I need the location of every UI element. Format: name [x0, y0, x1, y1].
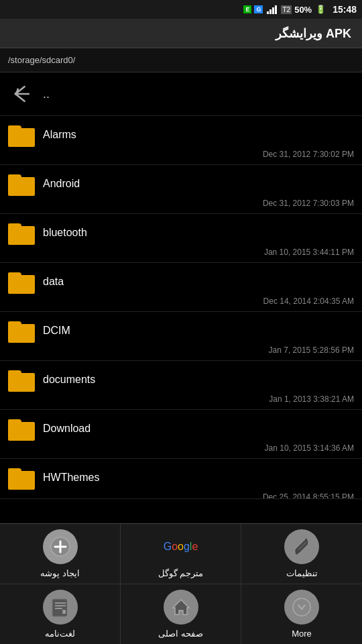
battery-indicator: 50%: [294, 5, 312, 15]
svg-point-10: [293, 598, 310, 616]
file-name: data: [43, 276, 64, 288]
folder-icon: [8, 417, 35, 441]
nav-label-google-translate: مترجم گوگل: [158, 568, 204, 578]
list-item[interactable]: data Dec 14, 2014 2:04:35 AM: [0, 263, 362, 312]
file-date: Dec 31, 2012 7:30:02 PM: [0, 148, 362, 164]
title-bar: APK ویرایشگر: [0, 19, 362, 48]
back-item[interactable]: ..: [0, 72, 362, 116]
nav-settings[interactable]: تنظیمات: [241, 524, 362, 584]
file-name: bluetooth: [43, 227, 87, 239]
nav-label-settings: تنظیمات: [286, 568, 318, 578]
more-icon: [284, 590, 319, 625]
settings-icon: [284, 529, 319, 564]
file-name: Download: [43, 423, 90, 435]
nav-create-folder[interactable]: ایجاد پوشه: [0, 524, 121, 584]
list-item[interactable]: Alarms Dec 31, 2012 7:30:02 PM: [0, 116, 362, 165]
home-icon: [164, 590, 198, 625]
current-path: /storage/sdcard0/: [8, 55, 75, 65]
list-item[interactable]: Download Jan 10, 2015 3:14:36 AM: [0, 410, 362, 459]
folder-icon: [8, 270, 35, 294]
file-list: .. Alarms Dec 31, 2012 7:30:02 PM Androi…: [0, 72, 362, 523]
file-name: documents: [43, 374, 95, 386]
nav-home[interactable]: صفحه اصلی: [121, 584, 241, 644]
bottom-nav: ایجاد پوشه Google مترجم گوگل تنظیمات: [0, 523, 362, 644]
file-date: Jan 10, 2015 3:44:11 PM: [0, 246, 362, 262]
file-name: DCIM: [43, 325, 70, 337]
network-e-icon: E: [243, 5, 251, 13]
file-date: Dec 14, 2014 2:04:35 AM: [0, 295, 362, 311]
network-t2-icon: T2: [281, 5, 292, 14]
add-folder-icon: [43, 529, 78, 564]
file-date: Jan 1, 2013 3:38:21 AM: [0, 393, 362, 409]
file-date: Jan 10, 2015 3:14:36 AM: [0, 442, 362, 458]
nav-label-more: More: [292, 629, 312, 639]
file-date: Dec 25, 2014 8:55:15 PM: [0, 491, 362, 499]
list-item[interactable]: DCIM Jan 7, 2015 5:28:56 PM: [0, 312, 362, 361]
folder-icon: [8, 172, 35, 196]
folder-icon: [8, 466, 35, 490]
folder-icon: [8, 221, 35, 245]
nav-label-dictionary: لغت‌نامه: [45, 629, 75, 639]
google-translate-icon: Google: [164, 529, 198, 564]
list-item[interactable]: documents Jan 1, 2013 3:38:21 AM: [0, 361, 362, 410]
svg-rect-4: [52, 599, 67, 616]
file-name: Android: [43, 178, 80, 190]
status-bar: E G T2 50% 🔋 15:48: [0, 0, 362, 19]
nav-label-home: صفحه اصلی: [158, 629, 203, 639]
svg-marker-9: [173, 600, 189, 614]
folder-icon: [8, 368, 35, 392]
app-title: APK ویرایشگر: [276, 26, 351, 41]
network-g-icon: G: [254, 5, 263, 13]
signal-bars-icon: [267, 5, 277, 14]
clock: 15:48: [333, 4, 357, 15]
folder-icon: [8, 319, 35, 343]
file-name: Alarms: [43, 129, 76, 141]
file-name: HWThemes: [43, 472, 99, 484]
dictionary-icon: [43, 590, 78, 625]
list-item[interactable]: Android Dec 31, 2012 7:30:03 PM: [0, 165, 362, 214]
folder-icon: [8, 123, 35, 147]
nav-dictionary[interactable]: لغت‌نامه: [0, 584, 121, 644]
list-item[interactable]: HWThemes Dec 25, 2014 8:55:15 PM: [0, 459, 362, 499]
nav-label-create-folder: ایجاد پوشه: [40, 568, 80, 578]
file-date: Dec 31, 2012 7:30:03 PM: [0, 197, 362, 213]
nav-more[interactable]: More: [241, 584, 362, 644]
back-label: ..: [43, 87, 50, 101]
path-bar: /storage/sdcard0/: [0, 48, 362, 72]
battery-icon: 🔋: [316, 5, 326, 14]
nav-google-translate[interactable]: Google مترجم گوگل: [121, 524, 241, 584]
back-arrow-icon: [8, 80, 35, 107]
network-icons: E G T2: [243, 5, 292, 14]
file-date: Jan 7, 2015 5:28:56 PM: [0, 344, 362, 360]
list-item[interactable]: bluetooth Jan 10, 2015 3:44:11 PM: [0, 214, 362, 263]
